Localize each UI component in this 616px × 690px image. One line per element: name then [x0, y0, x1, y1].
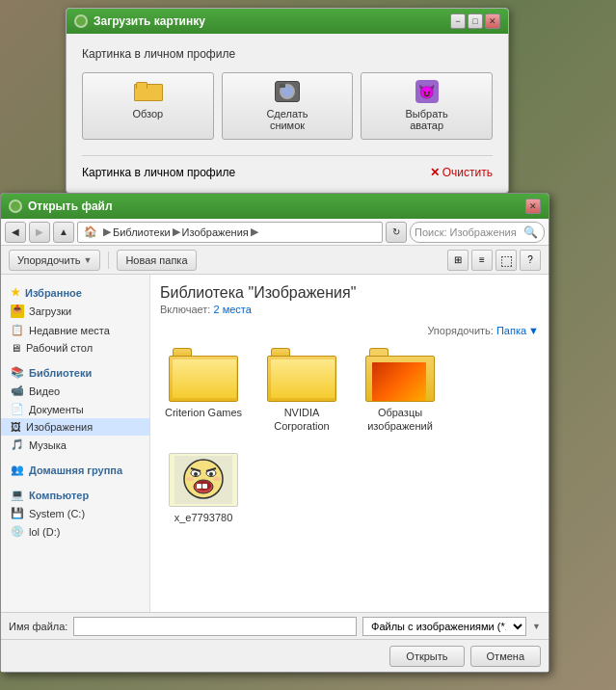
- open-button[interactable]: Открыть: [389, 646, 464, 667]
- upload-section-label: Картинка в личном профиле: [82, 47, 493, 61]
- sidebar-item-video[interactable]: 📹 Видео: [1, 382, 149, 400]
- computer-section: 💻 Компьютер 💾 System (C:) 💿 lol (D:): [1, 483, 149, 541]
- file-item-samples[interactable]: Образцы изображений: [357, 344, 443, 438]
- ragex-label: x_e7793780: [174, 511, 233, 524]
- samples-label: Образцы изображений: [361, 406, 440, 434]
- file-dialog-icon: [9, 199, 22, 213]
- file-dialog-title-bar: Открыть файл ✕: [1, 194, 549, 219]
- view-details-button[interactable]: ⬚: [495, 250, 517, 271]
- file-item-criterion[interactable]: Criterion Games: [160, 344, 247, 438]
- rage-face-svg: [174, 456, 232, 504]
- library-title: Библиотека "Изображения": [160, 284, 539, 302]
- music-icon: 🎵: [11, 438, 24, 451]
- address-path[interactable]: 🏠 ▶ Библиотеки ▶ Изображения ▶: [77, 222, 383, 243]
- view-toggle-button[interactable]: ⊞: [447, 250, 469, 271]
- favorites-header: ★ Избранное: [1, 280, 149, 302]
- filename-label: Имя файла:: [9, 621, 67, 632]
- file-item-ragex[interactable]: x_e7793780: [160, 449, 247, 528]
- svg-rect-11: [202, 484, 207, 489]
- locations-link[interactable]: 2 места: [213, 304, 251, 315]
- sidebar-item-documents[interactable]: 📄 Документы: [1, 400, 149, 418]
- folder-body2: [365, 356, 435, 402]
- avatar-icon: 😈: [415, 80, 439, 103]
- upload-title-text: Загрузить картинку: [74, 14, 205, 28]
- nvidia-label: NVIDIA Corporation: [262, 406, 341, 434]
- sidebar-item-downloads[interactable]: 📥 Загрузки: [1, 302, 149, 321]
- clear-button[interactable]: ✕ Очистить: [430, 166, 493, 179]
- sample-image-overlay: [372, 362, 426, 401]
- c-drive-icon: 💾: [11, 507, 24, 519]
- path-separator1: ▶: [103, 226, 111, 238]
- images-icon: 🖼: [11, 421, 21, 433]
- filetype-chevron-icon: ▼: [532, 622, 541, 631]
- upload-content: Картинка в личном профиле Обзор Сделатьс…: [67, 34, 508, 193]
- file-item-nvidia[interactable]: NVIDIA Corporation: [258, 344, 345, 438]
- svg-point-13: [213, 477, 221, 481]
- file-grid: Criterion Games NVIDIA Corporation: [160, 344, 539, 528]
- file-dialog-title-text: Открыть файл: [9, 199, 113, 213]
- upload-title-bar: Загрузить картинку − □ ✕: [67, 9, 508, 34]
- arrange-row: Упорядочить: Папка ▼: [160, 325, 539, 336]
- arrange-link[interactable]: Папка ▼: [496, 325, 539, 336]
- computer-header: 💻 Компьютер: [1, 483, 149, 504]
- main-area: ★ Избранное 📥 Загрузки 📋 Недавние места …: [1, 275, 549, 612]
- browse-button[interactable]: Обзор: [82, 72, 214, 140]
- sidebar-item-c-drive[interactable]: 💾 System (C:): [1, 504, 149, 522]
- file-open-dialog: Открыть файл ✕ ◀ ▶ ▲ 🏠 ▶ Библиотеки ▶ Из…: [0, 193, 549, 673]
- criterion-folder-icon: [169, 348, 238, 402]
- sidebar-item-music[interactable]: 🎵 Музыка: [1, 436, 149, 454]
- desktop-icon: 🖥: [11, 342, 21, 354]
- toolbar-right: ⊞ ≡ ⬚ ?: [447, 250, 541, 271]
- svg-point-4: [194, 472, 198, 476]
- footer-label: Картинка в личном профиле: [82, 166, 235, 179]
- libraries-icon: 📚: [11, 366, 24, 379]
- samples-folder-icon: [365, 348, 435, 402]
- cancel-button[interactable]: Отмена: [470, 646, 541, 667]
- help-button[interactable]: ?: [520, 250, 541, 271]
- sidebar-item-desktop[interactable]: 🖥 Рабочий стол: [1, 339, 149, 357]
- choose-avatar-button[interactable]: 😈 Выбратьаватар: [361, 72, 493, 140]
- documents-icon: 📄: [11, 403, 24, 415]
- homegroup-header: 👥 Домашняя группа: [1, 458, 149, 479]
- forward-button[interactable]: ▶: [29, 222, 50, 243]
- folder-upload-icon: [134, 82, 161, 101]
- maximize-button[interactable]: □: [468, 13, 483, 29]
- camera-icon: [275, 81, 300, 102]
- snapshot-button[interactable]: Сделатьснимок: [222, 72, 354, 140]
- clear-x-icon: ✕: [430, 166, 440, 179]
- computer-icon: 💻: [11, 489, 24, 501]
- back-button[interactable]: ◀: [5, 222, 26, 243]
- window-controls: − □ ✕: [450, 13, 500, 29]
- sort-button[interactable]: Упорядочить ▼: [9, 250, 100, 271]
- action-bar: Открыть Отмена: [1, 639, 549, 672]
- library-header: Библиотека "Изображения" Включает: 2 мес…: [160, 284, 539, 315]
- d-drive-icon: 💿: [11, 525, 24, 538]
- path-home-icon: 🏠: [84, 226, 97, 238]
- new-folder-button[interactable]: Новая папка: [117, 250, 196, 271]
- minimize-button[interactable]: −: [450, 13, 466, 29]
- favorites-section: ★ Избранное 📥 Загрузки 📋 Недавние места …: [1, 280, 149, 357]
- filetype-select[interactable]: Файлы с изображениями (*.jp: [362, 617, 526, 636]
- view-list-button[interactable]: ≡: [471, 250, 493, 271]
- close-button[interactable]: ✕: [485, 13, 500, 29]
- path-images: Изображения: [182, 226, 249, 238]
- file-dialog-window-controls: ✕: [525, 199, 541, 214]
- toolbar: Упорядочить ▼ Новая папка ⊞ ≡ ⬚ ?: [1, 246, 549, 275]
- up-button[interactable]: ▲: [53, 222, 74, 243]
- sidebar-item-recent[interactable]: 📋 Недавние места: [1, 321, 149, 339]
- folder-icon: [134, 81, 161, 102]
- sidebar-item-images[interactable]: 🖼 Изображения: [1, 418, 149, 436]
- upload-buttons: Обзор Сделатьснимок 😈 Выбратьаватар: [82, 72, 493, 140]
- folder-inner: [271, 359, 335, 398]
- filename-input[interactable]: [73, 617, 357, 636]
- libraries-header: 📚 Библиотеки: [1, 360, 149, 382]
- avatar-icon-container: 😈: [414, 81, 441, 102]
- refresh-button[interactable]: ↻: [386, 222, 407, 243]
- search-box[interactable]: Поиск: Изображения 🔍: [410, 222, 545, 243]
- file-dialog-close-button[interactable]: ✕: [525, 199, 541, 214]
- upload-footer: Картинка в личном профиле ✕ Очистить: [82, 155, 493, 179]
- upload-title-icon: [74, 14, 88, 28]
- folder-body: [267, 356, 336, 402]
- sidebar-item-d-drive[interactable]: 💿 lol (D:): [1, 522, 149, 541]
- downloads-icon: 📥: [11, 305, 24, 318]
